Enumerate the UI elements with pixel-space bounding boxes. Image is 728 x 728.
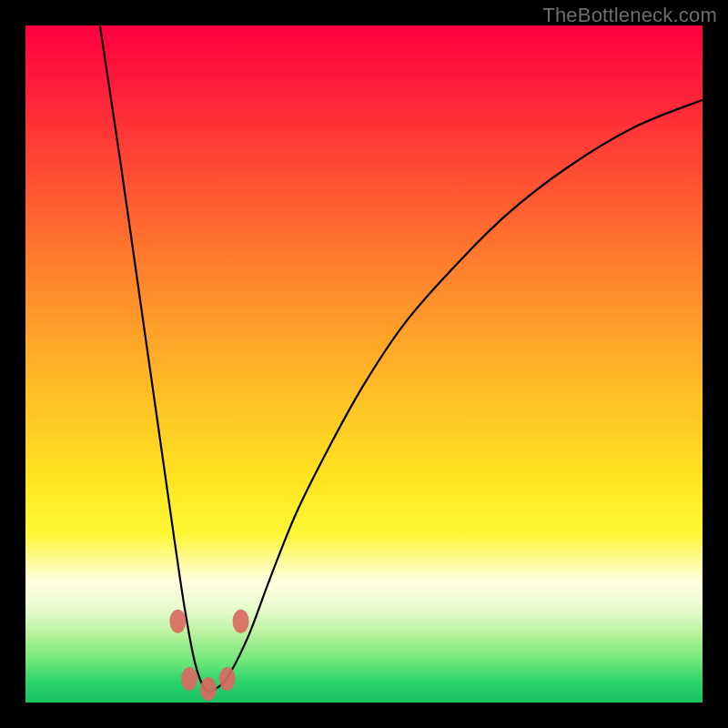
watermark-text: TheBottleneck.com xyxy=(542,4,717,27)
curve-svg xyxy=(25,25,703,703)
bottleneck-curve xyxy=(100,25,703,692)
curve-group xyxy=(100,25,703,692)
curve-marker xyxy=(200,677,217,701)
curve-marker xyxy=(169,610,186,633)
curve-marker xyxy=(233,610,249,633)
marker-group xyxy=(169,610,248,701)
plot-frame xyxy=(25,25,703,703)
curve-marker xyxy=(181,667,197,691)
curve-marker xyxy=(219,667,236,691)
